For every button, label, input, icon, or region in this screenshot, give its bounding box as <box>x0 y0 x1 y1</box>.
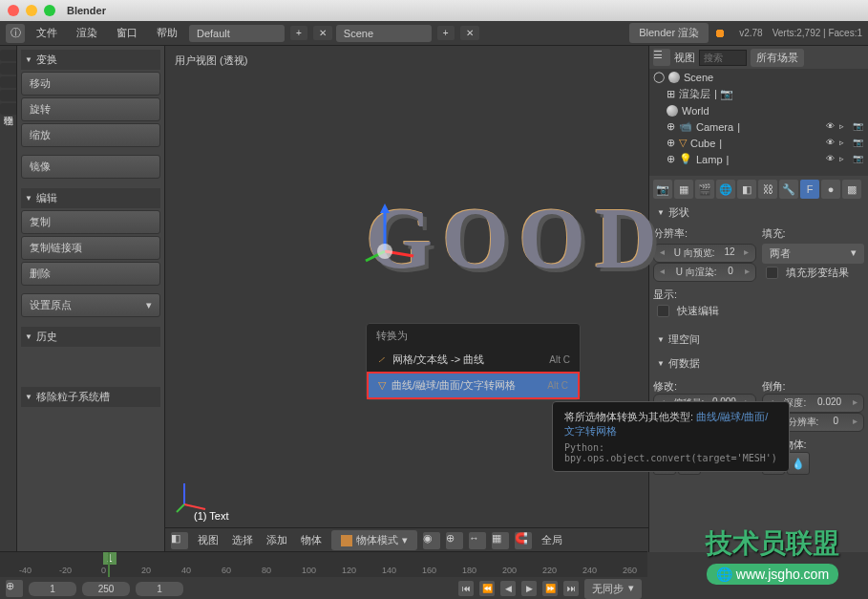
maximize-window-button[interactable] <box>44 5 55 16</box>
menu-help[interactable]: 帮助 <box>149 24 185 42</box>
preview-u-field[interactable]: U 向预览:12 <box>653 244 756 263</box>
prop-tab-layers[interactable]: ▦ <box>674 180 693 199</box>
current-frame-field[interactable]: 1 <box>136 582 183 596</box>
resolution-label: 分辨率: <box>653 226 756 241</box>
outliner-editor-icon[interactable]: ☰ <box>653 49 670 66</box>
scale-button[interactable]: 缩放 <box>21 123 160 147</box>
select-menu[interactable]: 选择 <box>228 531 257 549</box>
next-keyframe-button[interactable]: ⏩ <box>542 581 558 596</box>
close-window-button[interactable] <box>8 5 19 16</box>
curve-icon: ⟋ <box>376 353 387 365</box>
tree-scene[interactable]: ◯ Scene <box>649 69 868 85</box>
info-editor-icon[interactable]: ⓘ <box>6 24 25 43</box>
scene-selector[interactable]: Scene <box>336 25 432 42</box>
delete-button[interactable]: 删除 <box>21 262 160 286</box>
fill-mode-dropdown[interactable]: 两者 <box>762 244 865 264</box>
tab-tools[interactable]: 工具 <box>0 50 16 61</box>
jump-start-button[interactable]: ⏮ <box>458 581 474 596</box>
mirror-button[interactable]: 镜像 <box>21 155 160 179</box>
scene-remove-button[interactable]: ✕ <box>460 26 479 40</box>
convert-to-mesh-item[interactable]: ▽曲线/融球/曲面/文字转网格 Alt C <box>367 372 580 399</box>
timeline-editor-icon[interactable]: ⊕ <box>6 580 23 597</box>
play-reverse-button[interactable]: ◀ <box>500 581 516 596</box>
outliner-filter-dropdown[interactable]: 所有场景 <box>751 49 804 67</box>
convert-to-curve-item[interactable]: ⟋网格/文本线 -> 曲线 Alt C <box>367 348 580 372</box>
object-menu[interactable]: 物体 <box>297 531 326 549</box>
duplicate-linked-button[interactable]: 复制链接项 <box>21 236 160 260</box>
layout-remove-button[interactable]: ✕ <box>313 26 332 40</box>
shape-panel-header[interactable]: 形状 <box>653 203 864 223</box>
fast-edit-checkbox[interactable] <box>657 305 669 317</box>
transform-panel-header[interactable]: 变换 <box>21 50 160 70</box>
mode-selector[interactable]: 物体模式 <box>331 530 417 550</box>
prev-keyframe-button[interactable]: ⏪ <box>479 581 495 596</box>
prop-tab-material[interactable]: ● <box>821 180 840 199</box>
transform-gizmo[interactable] <box>351 199 418 266</box>
orientation-selector[interactable]: 全局 <box>538 531 566 549</box>
shading-mode-button[interactable]: ◉ <box>423 532 440 549</box>
prop-tab-world[interactable]: 🌐 <box>716 180 735 199</box>
tab-physics[interactable]: 物理 <box>0 103 16 115</box>
manipulator-button[interactable]: ↔ <box>469 532 486 549</box>
shortcut-label: Alt C <box>549 354 570 365</box>
fill-deform-checkbox[interactable] <box>766 267 778 279</box>
prop-tab-constraints[interactable]: ⛓ <box>758 180 777 199</box>
edit-panel-header[interactable]: 编辑 <box>21 188 160 208</box>
menu-file[interactable]: 文件 <box>29 24 65 42</box>
operator-tooltip: 将所选物体转换为其他类型: 曲线/融球/曲面/文字转网格 Python: bpy… <box>552 401 790 472</box>
start-frame-field[interactable]: 1 <box>29 582 76 596</box>
view-menu[interactable]: 视图 <box>194 531 222 549</box>
play-button[interactable]: ▶ <box>521 581 537 596</box>
prop-tab-modifiers[interactable]: 🔧 <box>779 180 798 199</box>
rotate-button[interactable]: 旋转 <box>21 97 160 121</box>
history-panel-header[interactable]: 历史 <box>21 327 160 347</box>
outliner-search-input[interactable] <box>699 50 747 66</box>
prop-tab-object[interactable]: ◧ <box>737 180 756 199</box>
tab-create[interactable]: 创建 <box>0 63 16 75</box>
layout-selector[interactable]: Default <box>189 25 285 42</box>
cube-icon <box>341 535 352 546</box>
prop-tab-data[interactable]: F <box>800 180 819 199</box>
minimize-window-button[interactable] <box>26 5 37 16</box>
viewport-header: ◧ 视图 选择 添加 物体 物体模式 ◉ ⊕ ↔ ▦ 🧲 全局 <box>165 527 648 552</box>
geometry-header[interactable]: 何数据 <box>653 353 864 374</box>
end-frame-field[interactable]: 250 <box>82 582 130 596</box>
add-menu[interactable]: 添加 <box>263 531 291 549</box>
editor-type-icon[interactable]: ◧ <box>171 532 188 549</box>
tree-lamp[interactable]: ⊕ 💡 Lamp | 👁▹📷 <box>649 151 868 167</box>
snap-button[interactable]: 🧲 <box>515 532 532 549</box>
pivot-button[interactable]: ⊕ <box>446 532 463 549</box>
translate-button[interactable]: 移动 <box>21 72 160 96</box>
prop-tab-texture[interactable]: ▩ <box>842 180 861 199</box>
tree-world[interactable]: World <box>649 103 868 118</box>
tool-tabs: 工具 创建 关系 动画 物理 <box>0 46 17 552</box>
prop-tab-scene[interactable]: 🎬 <box>695 180 714 199</box>
display-label: 显示: <box>653 288 864 302</box>
sync-mode-dropdown[interactable]: 无同步 <box>584 579 642 599</box>
menu-window[interactable]: 窗口 <box>109 24 145 42</box>
tree-cube[interactable]: ⊕ ▽ Cube | 👁▹📷 <box>649 135 868 151</box>
render-u-field[interactable]: U 向渲染:0 <box>653 263 756 282</box>
outliner-view-menu[interactable]: 视图 <box>674 51 695 65</box>
layers-button[interactable]: ▦ <box>492 532 509 549</box>
layout-add-button[interactable]: + <box>290 26 307 40</box>
texture-space-header[interactable]: 理空间 <box>653 330 864 350</box>
menu-render[interactable]: 渲染 <box>69 24 105 42</box>
active-object-label: (1) Text <box>194 510 228 522</box>
render-engine-selector[interactable]: Blender 渲染 <box>629 23 709 43</box>
playhead[interactable] <box>108 552 110 577</box>
3d-viewport[interactable]: 用户视图 (透视) GOOD (1) Text 转换为 ⟋网格/文本线 -> 曲… <box>165 46 648 552</box>
set-origin-dropdown[interactable]: 设置原点 <box>21 293 160 317</box>
particle-panel-header[interactable]: 移除粒子系统槽 <box>21 387 160 407</box>
tab-relations[interactable]: 关系 <box>0 76 16 88</box>
tree-camera[interactable]: ⊕ 📹 Camera | 👁▹📷 <box>649 118 868 135</box>
svg-line-7 <box>177 504 184 512</box>
timeline-ruler[interactable]: 1 -40 -20 0 20 40 60 80 100 120 140 160 … <box>0 552 647 577</box>
tab-animation[interactable]: 动画 <box>0 90 16 101</box>
bevel-eyedropper[interactable]: 💧 <box>787 452 810 475</box>
tree-render-layers[interactable]: ⊞ 渲染层 | 📷 <box>649 85 868 103</box>
properties-editor: 📷 ▦ 🎬 🌐 ◧ ⛓ 🔧 F ● ▩ 形状 分辨率: U 向预览:12 <box>649 176 868 552</box>
duplicate-button[interactable]: 复制 <box>21 210 160 234</box>
scene-add-button[interactable]: + <box>437 26 455 40</box>
jump-end-button[interactable]: ⏭ <box>563 581 579 596</box>
